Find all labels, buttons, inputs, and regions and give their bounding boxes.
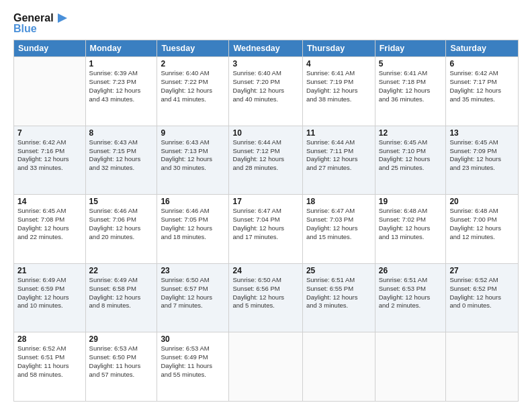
col-header-wednesday: Wednesday — [229, 40, 302, 57]
day-info: Sunrise: 6:41 AM Sunset: 7:19 PM Dayligh… — [306, 69, 371, 103]
day-info: Sunrise: 6:42 AM Sunset: 7:16 PM Dayligh… — [17, 138, 82, 173]
day-number: 15 — [89, 197, 154, 206]
day-number: 5 — [379, 59, 443, 68]
day-number: 7 — [17, 128, 82, 138]
day-number: 14 — [17, 197, 82, 206]
day-cell: 2Sunrise: 6:40 AM Sunset: 7:22 PM Daylig… — [157, 57, 229, 126]
day-cell: 21Sunrise: 6:49 AM Sunset: 6:59 PM Dayli… — [14, 263, 86, 332]
day-cell: 20Sunrise: 6:48 AM Sunset: 7:00 PM Dayli… — [446, 195, 519, 264]
day-cell: 13Sunrise: 6:45 AM Sunset: 7:09 PM Dayli… — [446, 126, 519, 195]
col-header-sunday: Sunday — [14, 40, 86, 57]
col-header-monday: Monday — [85, 40, 157, 57]
day-number: 23 — [161, 266, 225, 275]
day-info: Sunrise: 6:45 AM Sunset: 7:08 PM Dayligh… — [17, 207, 82, 241]
day-number: 2 — [161, 59, 225, 68]
day-cell — [446, 332, 519, 402]
day-info: Sunrise: 6:44 AM Sunset: 7:11 PM Dayligh… — [306, 138, 371, 173]
col-header-thursday: Thursday — [302, 40, 375, 57]
day-cell: 4Sunrise: 6:41 AM Sunset: 7:19 PM Daylig… — [302, 57, 375, 126]
day-info: Sunrise: 6:48 AM Sunset: 7:02 PM Dayligh… — [379, 207, 443, 241]
day-info: Sunrise: 6:52 AM Sunset: 6:52 PM Dayligh… — [449, 276, 515, 310]
day-number: 10 — [232, 128, 298, 138]
logo-container: General Blue — [13, 12, 67, 34]
day-cell: 19Sunrise: 6:48 AM Sunset: 7:02 PM Dayli… — [375, 195, 446, 264]
day-number: 13 — [449, 128, 515, 138]
day-number: 25 — [306, 266, 371, 275]
col-header-saturday: Saturday — [446, 40, 519, 57]
logo-blue-text: Blue — [13, 23, 37, 35]
day-cell: 26Sunrise: 6:51 AM Sunset: 6:53 PM Dayli… — [375, 263, 446, 332]
logo-arrow-icon — [55, 13, 67, 23]
day-info: Sunrise: 6:39 AM Sunset: 7:23 PM Dayligh… — [89, 69, 154, 103]
day-cell — [375, 332, 446, 402]
day-number: 12 — [379, 128, 443, 138]
day-info: Sunrise: 6:52 AM Sunset: 6:51 PM Dayligh… — [17, 345, 82, 379]
day-info: Sunrise: 6:49 AM Sunset: 6:58 PM Dayligh… — [89, 276, 154, 310]
day-cell: 7Sunrise: 6:42 AM Sunset: 7:16 PM Daylig… — [14, 126, 86, 195]
week-row-4: 28Sunrise: 6:52 AM Sunset: 6:51 PM Dayli… — [14, 332, 519, 402]
day-cell: 5Sunrise: 6:41 AM Sunset: 7:18 PM Daylig… — [375, 57, 446, 126]
day-number: 30 — [161, 334, 225, 344]
day-info: Sunrise: 6:44 AM Sunset: 7:12 PM Dayligh… — [232, 138, 298, 173]
day-cell: 29Sunrise: 6:53 AM Sunset: 6:50 PM Dayli… — [85, 332, 157, 402]
day-info: Sunrise: 6:47 AM Sunset: 7:04 PM Dayligh… — [232, 207, 298, 241]
header: General Blue — [13, 12, 519, 34]
day-info: Sunrise: 6:45 AM Sunset: 7:09 PM Dayligh… — [449, 138, 515, 173]
day-number: 18 — [306, 197, 371, 206]
day-info: Sunrise: 6:48 AM Sunset: 7:00 PM Dayligh… — [449, 207, 515, 241]
day-cell — [14, 57, 86, 126]
day-info: Sunrise: 6:41 AM Sunset: 7:18 PM Dayligh… — [379, 69, 443, 103]
day-cell: 10Sunrise: 6:44 AM Sunset: 7:12 PM Dayli… — [229, 126, 302, 195]
day-cell: 22Sunrise: 6:49 AM Sunset: 6:58 PM Dayli… — [85, 263, 157, 332]
day-number: 11 — [306, 128, 371, 138]
week-row-2: 14Sunrise: 6:45 AM Sunset: 7:08 PM Dayli… — [14, 195, 519, 264]
day-info: Sunrise: 6:53 AM Sunset: 6:49 PM Dayligh… — [161, 345, 225, 379]
day-number: 21 — [17, 266, 82, 275]
day-cell: 12Sunrise: 6:45 AM Sunset: 7:10 PM Dayli… — [375, 126, 446, 195]
day-number: 4 — [306, 59, 371, 68]
day-number: 8 — [89, 128, 154, 138]
day-cell: 27Sunrise: 6:52 AM Sunset: 6:52 PM Dayli… — [446, 263, 519, 332]
day-info: Sunrise: 6:40 AM Sunset: 7:20 PM Dayligh… — [232, 69, 298, 103]
day-cell: 3Sunrise: 6:40 AM Sunset: 7:20 PM Daylig… — [229, 57, 302, 126]
day-cell: 25Sunrise: 6:51 AM Sunset: 6:55 PM Dayli… — [302, 263, 375, 332]
day-cell: 17Sunrise: 6:47 AM Sunset: 7:04 PM Dayli… — [229, 195, 302, 264]
day-cell: 24Sunrise: 6:50 AM Sunset: 6:56 PM Dayli… — [229, 263, 302, 332]
day-number: 26 — [379, 266, 443, 275]
header-row: SundayMondayTuesdayWednesdayThursdayFrid… — [14, 40, 519, 57]
logo: General Blue — [13, 12, 67, 34]
day-cell — [302, 332, 375, 402]
week-row-1: 7Sunrise: 6:42 AM Sunset: 7:16 PM Daylig… — [14, 126, 519, 195]
calendar-table: SundayMondayTuesdayWednesdayThursdayFrid… — [13, 40, 519, 402]
day-number: 16 — [161, 197, 225, 206]
day-cell: 16Sunrise: 6:46 AM Sunset: 7:05 PM Dayli… — [157, 195, 229, 264]
week-row-3: 21Sunrise: 6:49 AM Sunset: 6:59 PM Dayli… — [14, 263, 519, 332]
day-cell: 23Sunrise: 6:50 AM Sunset: 6:57 PM Dayli… — [157, 263, 229, 332]
day-cell: 11Sunrise: 6:44 AM Sunset: 7:11 PM Dayli… — [302, 126, 375, 195]
col-header-tuesday: Tuesday — [157, 40, 229, 57]
day-number: 17 — [232, 197, 298, 206]
svg-marker-0 — [58, 13, 67, 23]
day-cell: 28Sunrise: 6:52 AM Sunset: 6:51 PM Dayli… — [14, 332, 86, 402]
col-header-friday: Friday — [375, 40, 446, 57]
day-number: 9 — [161, 128, 225, 138]
day-info: Sunrise: 6:45 AM Sunset: 7:10 PM Dayligh… — [379, 138, 443, 173]
day-info: Sunrise: 6:49 AM Sunset: 6:59 PM Dayligh… — [17, 276, 82, 310]
day-cell: 6Sunrise: 6:42 AM Sunset: 7:17 PM Daylig… — [446, 57, 519, 126]
calendar-page: General Blue SundayMondayTuesdayWednesda… — [0, 0, 532, 411]
day-info: Sunrise: 6:53 AM Sunset: 6:50 PM Dayligh… — [89, 345, 154, 379]
day-info: Sunrise: 6:50 AM Sunset: 6:56 PM Dayligh… — [232, 276, 298, 310]
week-row-0: 1Sunrise: 6:39 AM Sunset: 7:23 PM Daylig… — [14, 57, 519, 126]
day-number: 22 — [89, 266, 154, 275]
day-info: Sunrise: 6:47 AM Sunset: 7:03 PM Dayligh… — [306, 207, 371, 241]
day-cell: 9Sunrise: 6:43 AM Sunset: 7:13 PM Daylig… — [157, 126, 229, 195]
day-cell: 18Sunrise: 6:47 AM Sunset: 7:03 PM Dayli… — [302, 195, 375, 264]
day-info: Sunrise: 6:50 AM Sunset: 6:57 PM Dayligh… — [161, 276, 225, 310]
day-number: 3 — [232, 59, 298, 68]
day-info: Sunrise: 6:46 AM Sunset: 7:06 PM Dayligh… — [89, 207, 154, 241]
day-info: Sunrise: 6:51 AM Sunset: 6:53 PM Dayligh… — [379, 276, 443, 310]
day-number: 1 — [89, 59, 154, 68]
day-info: Sunrise: 6:42 AM Sunset: 7:17 PM Dayligh… — [449, 69, 515, 103]
day-number: 28 — [17, 334, 82, 344]
day-info: Sunrise: 6:40 AM Sunset: 7:22 PM Dayligh… — [161, 69, 225, 103]
